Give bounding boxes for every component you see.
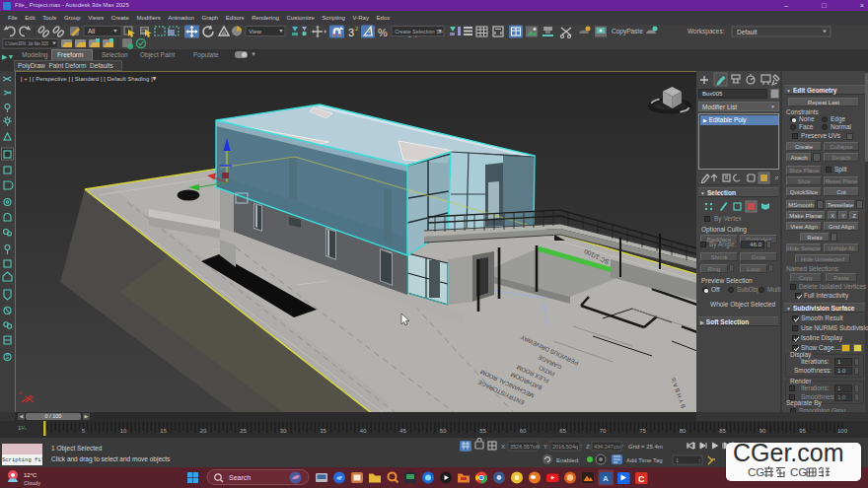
- svg-text:Workspaces:: Workspaces:: [687, 28, 725, 35]
- svg-text:85: 85: [719, 428, 726, 434]
- svg-text:30: 30: [280, 428, 287, 434]
- svg-text:Create Selection Se: Create Selection Se: [395, 29, 443, 35]
- svg-text:All: All: [88, 28, 96, 35]
- svg-text:↕: ↕: [538, 443, 541, 449]
- svg-text:2016.504q: 2016.504q: [552, 444, 578, 450]
- svg-text:5: 5: [82, 428, 86, 434]
- svg-text:3526.557cm: 3526.557cm: [510, 444, 541, 450]
- svg-text:2: 2: [368, 28, 371, 34]
- svg-text:Enabled:: Enabled:: [556, 457, 580, 463]
- svg-text:C:\Users\DFM...3ds Max 2025: C:\Users\DFM...3ds Max 2025: [5, 40, 48, 46]
- svg-text:%: %: [378, 27, 388, 38]
- svg-text:Z:: Z:: [586, 444, 592, 450]
- svg-text:1: 1: [676, 457, 679, 463]
- svg-text:75: 75: [639, 428, 646, 434]
- svg-text:Grid = 25.4m: Grid = 25.4m: [628, 444, 663, 450]
- svg-text:Y:: Y:: [543, 444, 549, 450]
- svg-text:55: 55: [479, 428, 486, 434]
- svg-text:↕: ↕: [698, 457, 701, 463]
- svg-text:434.247cm: 434.247cm: [594, 444, 621, 450]
- svg-text:35: 35: [320, 428, 326, 434]
- svg-text:A: A: [603, 474, 609, 483]
- svg-text:65: 65: [559, 428, 566, 434]
- svg-text:70: 70: [600, 428, 607, 434]
- svg-text:100: 100: [837, 428, 848, 434]
- svg-text:[ + ] [ Perspective ] [ Standa: [ + ] [ Perspective ] [ Standard ] [ Def…: [21, 76, 153, 82]
- svg-text:↕: ↕: [621, 443, 624, 449]
- svg-text:45: 45: [399, 428, 406, 434]
- svg-text:x: x: [19, 389, 22, 395]
- svg-text:95: 95: [799, 428, 806, 434]
- svg-text:▼: ▼: [151, 75, 158, 82]
- svg-text:12°C: 12°C: [24, 472, 37, 478]
- svg-text:80: 80: [680, 428, 687, 434]
- svg-text:50: 50: [440, 428, 447, 434]
- svg-text:View: View: [249, 29, 262, 35]
- svg-text:40: 40: [360, 428, 367, 434]
- svg-text:3: 3: [348, 27, 354, 38]
- svg-text:CG: CG: [748, 466, 764, 478]
- svg-text:CG: CG: [790, 466, 807, 478]
- svg-text:10: 10: [120, 428, 127, 434]
- svg-text:Default: Default: [737, 29, 758, 35]
- svg-text:Add Time Tag: Add Time Tag: [626, 457, 663, 463]
- svg-text:↕: ↕: [580, 443, 583, 449]
- svg-text:Search: Search: [229, 474, 251, 481]
- svg-text:90: 90: [760, 428, 766, 434]
- svg-text:25: 25: [240, 428, 247, 434]
- svg-text:20: 20: [200, 428, 207, 434]
- svg-text:15: 15: [160, 428, 167, 434]
- svg-text:C: C: [638, 474, 645, 484]
- svg-text:Cloudy: Cloudy: [24, 480, 40, 486]
- svg-text:2: 2: [355, 26, 359, 32]
- svg-text:CopyPaste: CopyPaste: [612, 28, 643, 35]
- svg-text:60: 60: [520, 428, 527, 434]
- svg-text:X:: X:: [501, 444, 507, 450]
